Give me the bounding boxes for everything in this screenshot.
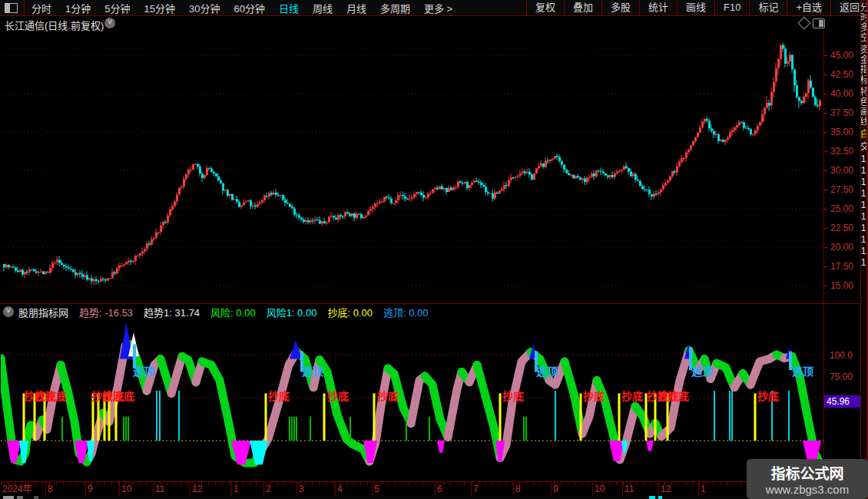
- svg-text:抄底: 抄底: [377, 390, 399, 402]
- period-tab-15分钟[interactable]: 15分钟: [137, 1, 181, 15]
- month-label: 12: [192, 484, 202, 494]
- toolbar-button-多股[interactable]: 多股: [601, 0, 639, 15]
- svg-text:波底: 波底: [113, 390, 134, 402]
- indicator-tick-75: 75.00: [830, 372, 853, 382]
- svg-text:抄底: 抄底: [502, 390, 524, 402]
- month-label: 3: [299, 484, 304, 494]
- toolbar-button-标记[interactable]: 标记: [749, 0, 787, 15]
- svg-text:抄底: 抄底: [583, 390, 605, 402]
- price-tick-label: 30.00: [830, 166, 853, 175]
- month-label: 1: [234, 484, 239, 494]
- clipped-mark: [658, 496, 662, 499]
- period-tab-5分钟[interactable]: 5分钟: [98, 1, 137, 15]
- period-tabs: 分时1分钟5分钟15分钟30分钟60分钟日线周线月线多周期更多 >: [0, 0, 459, 15]
- price-tick-label: 17.50: [830, 262, 853, 271]
- period-tab-多周期[interactable]: 多周期: [373, 1, 417, 15]
- clipped-text: [17, 496, 23, 499]
- price-tick-label: 20.00: [830, 243, 853, 252]
- price-tick-label: 15.00: [830, 281, 853, 290]
- month-label: 11: [155, 484, 164, 494]
- month-label: 2024年: [2, 484, 32, 494]
- indicator-value: 趋势: -16.53: [79, 305, 133, 319]
- month-label: 5: [374, 484, 379, 494]
- period-tab-60分钟[interactable]: 60分钟: [227, 1, 271, 15]
- top-toolbar: 分时1分钟5分钟15分钟30分钟60分钟日线周线月线多周期更多 > 复权叠加多股…: [0, 0, 868, 16]
- indicator-source: 股朋指标网: [18, 305, 68, 319]
- svg-text:抄底: 抄底: [668, 390, 689, 402]
- toolbar-button-统计[interactable]: 统计: [639, 0, 677, 15]
- period-tab-更多 >[interactable]: 更多 >: [417, 1, 459, 15]
- watermark-url: www.zbgs3.com: [747, 483, 868, 496]
- svg-text:抄底: 抄底: [268, 390, 290, 402]
- svg-text:抄底: 抄底: [327, 390, 349, 402]
- diamond-icon[interactable]: [798, 17, 811, 30]
- month-label: 11: [624, 484, 634, 494]
- toolbar-actions: 复权叠加多股统计画线F10标记+自选返回: [526, 0, 868, 15]
- last-value-badge: 45.96: [824, 395, 863, 408]
- time-axis-ticks: [1, 482, 823, 485]
- price-tick-label: 40.00: [830, 89, 853, 98]
- indicator-value: 风险1: 0.00: [267, 305, 317, 319]
- period-tab-周线[interactable]: 周线: [306, 1, 340, 15]
- month-label: 9: [88, 484, 93, 494]
- indicator-value: 趋势1: 31.74: [144, 305, 200, 319]
- window-split-icon[interactable]: [5, 3, 18, 13]
- period-tab-1分钟[interactable]: 1分钟: [58, 1, 98, 15]
- price-tick-label: 45.00: [830, 51, 853, 60]
- toolbar-button-画线[interactable]: 画线: [677, 0, 714, 15]
- month-label: 12: [661, 484, 671, 494]
- month-label: 8: [515, 484, 521, 494]
- candlestick-chart[interactable]: [1, 31, 823, 304]
- price-tick-label: 22.50: [830, 223, 853, 233]
- indicator-header: ˅ 股朋指标网 趋势: -16.53趋势1: 31.74风险: 0.00风险1:…: [0, 305, 822, 319]
- chevron-down-icon[interactable]: ˅: [104, 18, 115, 28]
- svg-text:逃顶: 逃顶: [792, 365, 813, 378]
- indicator-value: 逃顶: 0.00: [383, 305, 429, 319]
- period-tab-日线[interactable]: 日线: [272, 1, 306, 15]
- price-tick-label: 37.50: [830, 108, 853, 117]
- price-tick-label: 42.50: [830, 70, 853, 79]
- toolbar-button-F10[interactable]: F10: [714, 0, 749, 15]
- toolbar-button-复权[interactable]: 复权: [526, 0, 564, 15]
- month-label: 6: [437, 484, 442, 494]
- svg-text:逃顶: 逃顶: [302, 365, 323, 378]
- month-label: 10: [595, 484, 605, 494]
- period-tab-月线[interactable]: 月线: [340, 1, 373, 15]
- clipped-bottom-pane: [0, 496, 823, 499]
- price-tick-label: 35.00: [830, 127, 853, 137]
- watermark-title: 指标公式网: [747, 462, 868, 483]
- month-label: 8: [48, 484, 53, 494]
- month-label: 10: [121, 484, 131, 494]
- svg-text:抄底: 抄底: [757, 390, 779, 402]
- price-axis: 45.0042.5040.0037.5035.0032.5030.0027.50…: [823, 31, 861, 481]
- clipped-mark: [649, 496, 655, 499]
- month-label: 7: [473, 484, 479, 494]
- price-tick-label: 27.50: [830, 185, 853, 194]
- clipped-text: [34, 496, 38, 499]
- period-tab-30分钟[interactable]: 30分钟: [182, 1, 227, 15]
- svg-text:逃顶: 逃顶: [133, 365, 154, 378]
- indicator-collapse-icon[interactable]: ˅: [3, 306, 14, 317]
- toolbar-button-叠加[interactable]: 叠加: [564, 0, 601, 15]
- month-label: 1: [701, 484, 706, 494]
- pane-layout-icon[interactable]: [813, 18, 825, 28]
- price-tick-label: 32.50: [830, 147, 853, 156]
- period-tab-分时[interactable]: 分时: [25, 1, 58, 15]
- clipped-text: [3, 496, 14, 499]
- indicator-tick-100: 100.0: [830, 350, 853, 361]
- indicator-value: 风险: 0.00: [210, 305, 256, 319]
- month-label: 9: [553, 484, 558, 494]
- toolbar-button-+自选[interactable]: +自选: [787, 0, 830, 15]
- indicator-pane[interactable]: 抄底抄底波底抄底抄底波底抄底抄底抄底抄底抄底抄底抄底抄底抄底抄底逃顶逃顶逃顶逃顶…: [1, 319, 823, 481]
- month-label: 2: [266, 484, 271, 494]
- trading-app: 分时1分钟5分钟15分钟30分钟60分钟日线周线月线多周期更多 > 复权叠加多股…: [0, 0, 868, 499]
- svg-text:逃顶: 逃顶: [536, 365, 558, 378]
- svg-text:抄底: 抄底: [621, 390, 643, 402]
- title-row: 长江通信(日线.前复权) ˅: [0, 16, 860, 31]
- price-tick-label: 25.00: [830, 204, 853, 213]
- svg-text:波底: 波底: [45, 390, 67, 402]
- month-label: 4: [337, 484, 343, 494]
- svg-text:逃顶: 逃顶: [691, 365, 713, 378]
- indicator-value: 抄底: 0.00: [327, 305, 373, 319]
- watermark: 指标公式网 www.zbgs3.com: [747, 459, 868, 499]
